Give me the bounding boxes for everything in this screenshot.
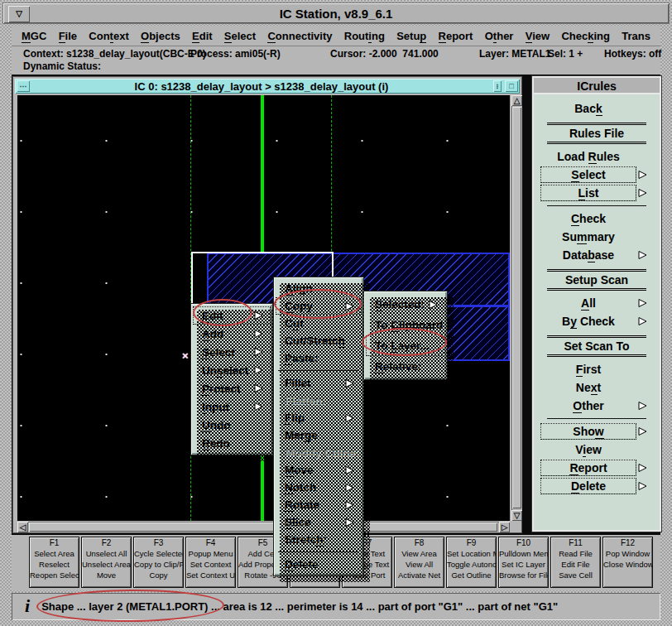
canvas-hscrollbar[interactable]: ◁ ▷ bbox=[17, 522, 510, 532]
copy-menu-item-selected[interactable]: Selected: bbox=[366, 294, 445, 315]
edit-menu-item-label: Add bbox=[202, 328, 223, 340]
operations-menu-item-notch[interactable]: Notch bbox=[276, 479, 362, 496]
menubar-item-setup[interactable]: Setup bbox=[396, 30, 426, 42]
operations-menu-item-cut[interactable]: Cut bbox=[276, 315, 362, 332]
vscroll-thumb[interactable] bbox=[512, 107, 521, 508]
menubar-item-mgc[interactable]: MGC bbox=[22, 30, 46, 42]
fkey-cell-f8[interactable]: F8View AreaView AllActivate Net bbox=[394, 537, 444, 588]
fkey-action-label: Browse for File bbox=[499, 570, 548, 580]
edit-menu-item-input[interactable]: Input bbox=[193, 397, 271, 416]
icrules-item-load-rules[interactable]: Load Rules bbox=[534, 147, 660, 166]
edit-menu-item-label: Undo bbox=[202, 419, 231, 431]
scroll-down-icon[interactable]: ▽ bbox=[511, 510, 522, 521]
copy-menu-item-to-layer[interactable]: To Layer... bbox=[366, 335, 445, 356]
operations-menu-item-slice[interactable]: Slice bbox=[276, 513, 362, 531]
menubar-item-file[interactable]: File bbox=[59, 30, 77, 42]
icrules-item-back[interactable]: Back bbox=[534, 99, 660, 118]
cascade-arrow-icon bbox=[637, 251, 648, 260]
menubar-item-context[interactable]: Context bbox=[89, 30, 128, 42]
cascade-arrow-icon bbox=[253, 348, 264, 357]
window-titlebar[interactable]: ▽ IC Station, v8.9_6.1 bbox=[2, 2, 670, 24]
icrules-item-delete[interactable]: Delete bbox=[534, 477, 660, 495]
icrules-item-other[interactable]: Other bbox=[534, 397, 660, 415]
edit-menu-item-label: Protect bbox=[202, 383, 241, 395]
menubar-item-routing[interactable]: Routing bbox=[344, 30, 385, 42]
menubar-item-connectivity[interactable]: Connectivity bbox=[267, 30, 332, 42]
operations-menu-item-delete[interactable]: Delete bbox=[276, 556, 362, 573]
window-menu-button[interactable]: ▽ bbox=[8, 6, 30, 22]
fkey-cell-f11[interactable]: F11Read FileEdit FileSave Cell bbox=[550, 537, 601, 588]
fkey-cell-f9[interactable]: F9Set Location ModeToggle AutonotchGet O… bbox=[446, 537, 497, 588]
icrules-item-check[interactable]: Check bbox=[534, 209, 660, 228]
edit-menu-item-protect[interactable]: Protect bbox=[193, 379, 271, 397]
copy-menu-item-to-clipboard[interactable]: To Clipboard bbox=[366, 315, 445, 335]
hscroll-thumb[interactable] bbox=[29, 522, 497, 532]
menubar-item-trans[interactable]: Trans bbox=[622, 30, 650, 42]
icrules-item-by-check[interactable]: By Check bbox=[534, 312, 660, 330]
status-message: Shape ... layer 2 (METAL1.PORT) ... area… bbox=[41, 600, 558, 613]
operations-menu-item-stretch[interactable]: Stretch: bbox=[276, 531, 362, 548]
fkey-cell-f10[interactable]: F10Pulldown MenuSet IC LayerBrowse for F… bbox=[498, 537, 549, 588]
fkey-action-label: Close Window bbox=[603, 559, 652, 570]
cascade-arrow-icon bbox=[253, 366, 264, 375]
operations-menu-item-paste[interactable]: Paste: bbox=[276, 349, 362, 367]
operations-menu-item-flip[interactable]: Flip bbox=[276, 409, 362, 426]
operations-menu-item-label: Copy bbox=[285, 300, 313, 312]
canvas-window-shrink-button[interactable]: ⁝ bbox=[493, 80, 502, 92]
menubar-item-view[interactable]: View bbox=[526, 30, 550, 42]
menubar-item-checking[interactable]: Checking bbox=[561, 30, 610, 42]
fkey-cell-f4[interactable]: F4Popup MenuSet ContextSet Context Up bbox=[185, 537, 236, 588]
operations-menu-item-label: Cut/Stretch bbox=[285, 335, 345, 347]
fkey-cell-f12[interactable]: F12Pop WindowClose Window bbox=[602, 537, 653, 588]
copy-submenu: Selected:To ClipboardTo Layer...Relative… bbox=[363, 291, 448, 380]
icrules-item-label: Check bbox=[540, 210, 636, 227]
edit-menu-item-add[interactable]: Add bbox=[193, 325, 271, 343]
scroll-left-icon[interactable]: ◁ bbox=[17, 522, 28, 532]
window-title: IC Station, v8.9_6.1 bbox=[3, 7, 669, 21]
fkey-cell-f3[interactable]: F3Cycle SelectedCopy to Clip/PasteCopy bbox=[133, 537, 184, 588]
menubar-item-objects[interactable]: Objects bbox=[141, 30, 180, 42]
icrules-item-summary[interactable]: Summary bbox=[534, 228, 660, 246]
menubar-item-other[interactable]: Other bbox=[485, 30, 514, 42]
edit-menu-item-select[interactable]: Select bbox=[193, 343, 271, 361]
message-status-bar: i Shape ... layer 2 (METAL1.PORT) ... ar… bbox=[12, 593, 660, 620]
edit-menu-item-undo[interactable]: Undo bbox=[193, 416, 271, 434]
icrules-item-report[interactable]: Report bbox=[534, 459, 660, 477]
icrules-item-next[interactable]: Next bbox=[534, 378, 660, 397]
operations-menu-item-align[interactable]: Align bbox=[276, 280, 362, 297]
icrules-item-database[interactable]: Database bbox=[534, 246, 660, 264]
menubar-item-report[interactable]: Report bbox=[439, 30, 473, 42]
operations-menu-item-fillet[interactable]: Fillet bbox=[276, 374, 362, 392]
icrules-item-all[interactable]: All bbox=[534, 294, 660, 312]
canvas-vscrollbar[interactable]: △ ▽ bbox=[511, 95, 522, 521]
operations-menu-item-move[interactable]: Move bbox=[276, 461, 362, 479]
icrules-item-first[interactable]: First bbox=[534, 360, 660, 378]
icrules-item-list[interactable]: List bbox=[534, 184, 660, 202]
operations-menu-item-label: Cut bbox=[285, 317, 304, 330]
icrules-palette-title[interactable]: ICrules bbox=[534, 78, 660, 94]
edit-menu-item-redo[interactable]: Redo bbox=[193, 434, 271, 452]
canvas-window-titlebar[interactable]: ⋯ IC 0: s1238_delay_layout > s1238_delay… bbox=[15, 79, 520, 94]
icrules-item-select[interactable]: Select bbox=[534, 166, 660, 184]
scroll-right-icon[interactable]: ▷ bbox=[499, 522, 510, 532]
edit-menu-item-edit[interactable]: Edit bbox=[193, 306, 271, 325]
operations-menu-item-rotate[interactable]: Rotate bbox=[276, 496, 362, 513]
fkey-cell-f2[interactable]: F2Unselect AllUnselect AreaMove bbox=[81, 537, 132, 588]
canvas-window-menu-button[interactable]: ⋯ bbox=[17, 80, 30, 92]
icrules-item-view[interactable]: View bbox=[534, 441, 660, 459]
operations-menu-item-merge[interactable]: Merge bbox=[276, 426, 362, 444]
fkey-cell-f1[interactable]: F1Select AreaReselectReopen Selection bbox=[29, 537, 79, 588]
operations-menu-item-label: Notch bbox=[285, 481, 316, 494]
menubar-item-edit[interactable]: Edit bbox=[192, 30, 213, 42]
fkey-action-label: Reopen Selection bbox=[30, 570, 79, 580]
edit-menu-item-unselect[interactable]: Unselect bbox=[193, 361, 271, 379]
operations-menu-item-copy[interactable]: Copy bbox=[276, 297, 362, 315]
copy-menu-item-relative[interactable]: Relative: bbox=[366, 356, 445, 377]
canvas-window-maximize-button[interactable]: □ bbox=[505, 80, 518, 92]
operations-menu-item-label: Slice bbox=[285, 516, 311, 528]
icrules-item-show[interactable]: Show bbox=[534, 422, 660, 441]
operations-menu-item-label: Modify Ctline: bbox=[285, 446, 358, 459]
scroll-up-icon[interactable]: △ bbox=[511, 95, 522, 106]
menubar-item-select[interactable]: Select bbox=[224, 30, 256, 42]
operations-menu-item-cut-stretch[interactable]: Cut/Stretch bbox=[276, 332, 362, 349]
